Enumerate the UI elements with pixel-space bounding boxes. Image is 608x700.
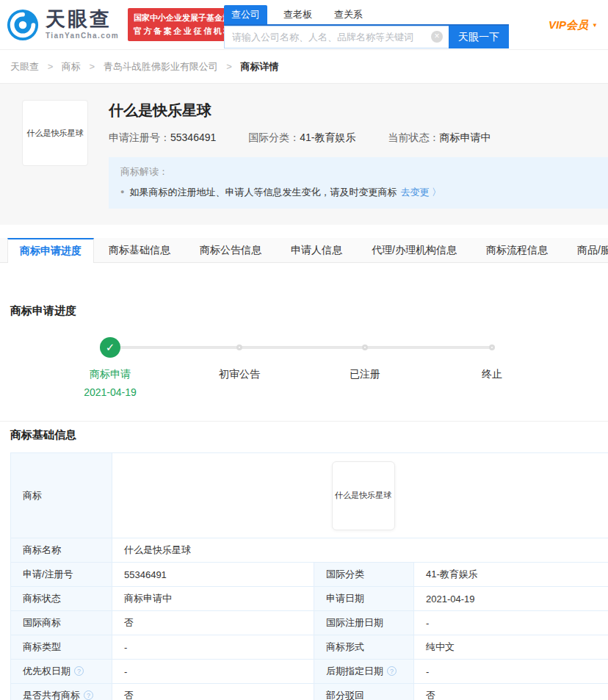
trademark-thumbnail-text: 什么是快乐星球 [27,128,84,139]
progress-line [110,346,492,349]
breadcrumb-current: 商标详情 [241,61,279,72]
clear-icon[interactable]: × [431,31,443,43]
section-divider [0,421,608,422]
row-value: 什么是快乐星球 [112,538,608,563]
interpretation-tip: ●如果商标的注册地址、申请人等信息发生变化，请及时变更商标去变更 〉 [120,186,596,199]
row-value: 41-教育娱乐 [414,563,608,587]
breadcrumb: 天眼查 > 商标 > 青岛斗战胜佛影业有限公司 > 商标详情 [0,50,608,84]
table-row: 国际商标 否 国际注册日期 - [11,611,608,635]
row-label: 商标 [11,453,112,538]
field-current-status: 当前状态：商标申请中 [388,131,491,145]
basic-info-heading: 商标基础信息 [10,428,598,442]
row-label: 商标状态 [11,587,112,611]
progress-step-applied: ✓ 商标申请 2021-04-19 [59,337,162,398]
row-label: 优先权日期 [23,665,70,676]
row-value: 55346491 [112,563,314,587]
logo-title: 天眼查 [46,10,119,29]
change-link[interactable]: 去变更 〉 [400,187,441,198]
table-row: 商标状态 商标申请中 申请日期 2021-04-19 [11,587,608,611]
row-label: 国际分类 [314,563,414,587]
site-header: 天眼查 TianYanCha.com 国家中小企业发展子基金旗下 官方备案企业征… [0,0,608,50]
table-row: 优先权日期? - 后期指定日期? - [11,660,608,684]
help-icon[interactable]: ? [84,690,93,700]
bullet-icon: ● [120,188,124,195]
progress-tracker: ✓ 商标申请 2021-04-19 初审公告 已注册 终止 [10,337,598,402]
breadcrumb-separator: > [226,61,232,72]
row-value: - [112,660,314,684]
progress-step-preliminary: 初审公告 [188,337,291,381]
field-intl-class: 国际分类：41-教育娱乐 [248,131,355,145]
row-label: 国际注册日期 [314,611,414,635]
row-label: 商标名称 [11,538,112,563]
row-value: 否 [112,611,314,635]
tab-announcement-info[interactable]: 商标公告信息 [185,238,276,262]
row-label: 部分驳回 [314,684,414,700]
chevron-down-icon: ▼ [592,22,598,29]
trademark-thumbnail[interactable]: 什么是快乐星球 [22,100,88,166]
interpretation-box: 商标解读： ●如果商标的注册地址、申请人等信息发生变化，请及时变更商标去变更 〉 [109,157,608,209]
row-value: - [414,660,608,684]
search-box: 查公司 查老板 查关系 × 天眼一下 [224,5,509,48]
trademark-image[interactable]: 什么是快乐星球 [332,461,395,530]
pending-circle-icon [236,344,242,350]
breadcrumb-separator: > [89,61,95,72]
search-tabs: 查公司 查老板 查关系 [224,5,509,26]
help-icon[interactable]: ? [387,666,397,676]
row-label: 后期指定日期 [326,665,383,676]
search-input[interactable] [224,26,449,48]
row-value: 2021-04-19 [414,587,608,611]
row-label: 商标形式 [314,635,414,660]
row-label: 申请/注册号 [11,563,112,587]
table-row: 商标名称 什么是快乐星球 [11,538,608,563]
tab-agency-info[interactable]: 代理/办理机构信息 [357,238,471,262]
pending-circle-icon [362,344,368,350]
main-content: 商标申请进度 ✓ 商标申请 2021-04-19 初审公告 已注册 终止 商标基… [0,304,608,700]
interpretation-title: 商标解读： [120,165,596,178]
row-value: 商标申请中 [112,587,314,611]
row-label: 商标类型 [11,635,112,660]
search-tab-relation[interactable]: 查关系 [327,5,370,24]
progress-step-terminated: 终止 [441,337,543,381]
logo-domain: TianYanCha.com [46,32,119,40]
row-label: 国际商标 [11,611,112,635]
tab-process-info[interactable]: 商标流程信息 [471,238,562,262]
progress-heading: 商标申请进度 [10,304,598,318]
check-circle-icon: ✓ [100,337,120,358]
badge-line2: 官方备案企业征信机构 [134,25,239,38]
vip-label: VIP会员 [549,18,588,31]
badge-line1: 国家中小企业发展子基金旗下 [134,12,239,25]
basic-info-table: 商标 什么是快乐星球 商标名称 什么是快乐星球 申请/注册号 55346491 … [10,452,608,700]
breadcrumb-home[interactable]: 天眼查 [10,61,39,72]
chevron-right-icon: 〉 [432,187,441,198]
table-row: 商标 什么是快乐星球 [11,453,608,538]
field-application-number: 申请注册号：55346491 [109,131,216,145]
site-logo[interactable]: 天眼查 TianYanCha.com [6,8,119,42]
row-value: 否 [112,684,314,700]
row-label: 申请日期 [314,587,414,611]
breadcrumb-company[interactable]: 青岛斗战胜佛影业有限公司 [104,61,218,72]
row-value: 否 [414,684,608,700]
help-icon[interactable]: ? [74,666,84,676]
row-value: - [414,611,608,635]
tab-basic-info[interactable]: 商标基础信息 [94,238,185,262]
breadcrumb-trademark[interactable]: 商标 [62,61,81,72]
table-row: 申请/注册号 55346491 国际分类 41-教育娱乐 [11,563,608,587]
row-label: 是否共有商标 [23,690,80,700]
table-row: 商标类型 - 商标形式 纯中文 [11,635,608,660]
pending-circle-icon [489,344,495,350]
page-title: 什么是快乐星球 [109,101,608,120]
search-tab-company[interactable]: 查公司 [224,5,267,24]
breadcrumb-separator: > [48,61,54,72]
row-value: 纯中文 [414,635,608,660]
progress-step-registered: 已注册 [314,337,416,381]
vip-menu[interactable]: VIP会员▼ [549,18,598,32]
search-button[interactable]: 天眼一下 [449,26,509,48]
trademark-summary: 什么是快乐星球 什么是快乐星球 申请注册号：55346491 国际分类：41-教… [0,84,608,225]
tab-goods-services[interactable]: 商品/服务项目 [562,238,608,262]
row-value: - [112,635,314,660]
detail-tabbar: 商标申请进度 商标基础信息 商标公告信息 申请人信息 代理/办理机构信息 商标流… [0,238,608,263]
tab-trademark-progress[interactable]: 商标申请进度 [7,238,94,263]
search-tab-boss[interactable]: 查老板 [276,5,319,24]
tab-applicant-info[interactable]: 申请人信息 [276,238,357,262]
table-row: 是否共有商标? 否 部分驳回 否 [11,684,608,700]
